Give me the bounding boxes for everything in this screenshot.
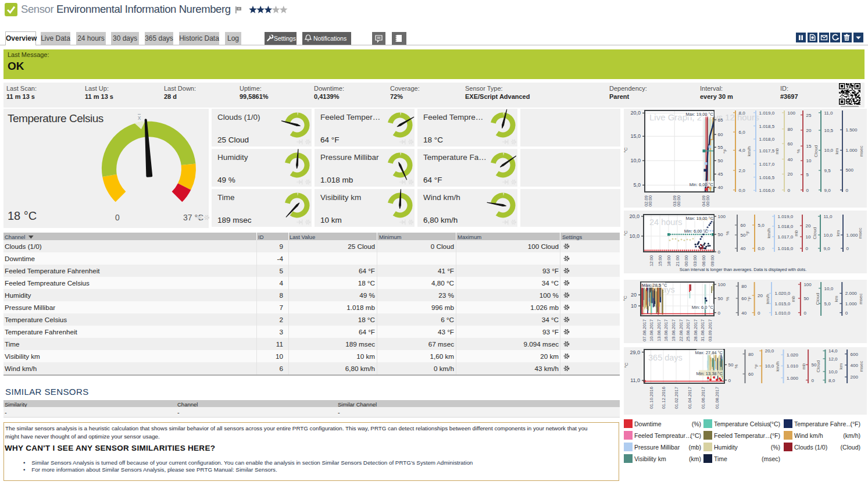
svg-text:°C: °C xyxy=(624,362,629,368)
svg-text:1.000: 1.000 xyxy=(846,233,859,238)
svg-text:20: 20 xyxy=(788,172,793,177)
svg-text:km: km xyxy=(834,295,839,302)
svg-text:25.08.2017: 25.08.2017 xyxy=(685,319,691,341)
svg-text:1.019,0: 1.019,0 xyxy=(778,214,794,219)
svg-text:9,0: 9,0 xyxy=(824,188,831,193)
svg-text:65: 65 xyxy=(718,117,723,123)
svg-text:4,0: 4,0 xyxy=(739,148,746,153)
svg-text:Feeled Temperatur…: Feeled Temperatur… xyxy=(714,432,771,439)
svg-text:10: 10 xyxy=(806,234,811,240)
svg-text:1.010,0: 1.010,0 xyxy=(775,311,791,316)
svg-text:6,0: 6,0 xyxy=(739,130,746,135)
svg-text:50: 50 xyxy=(728,362,734,368)
svg-text:9,5: 9,5 xyxy=(824,168,831,173)
svg-text:00:00: 00:00 xyxy=(648,195,653,206)
svg-text:mb: mb xyxy=(774,148,780,155)
svg-text:km/h: km/h xyxy=(765,294,770,304)
svg-text:400: 400 xyxy=(851,363,859,368)
svg-text:20: 20 xyxy=(631,292,637,298)
svg-text:06:00: 06:00 xyxy=(701,255,706,266)
svg-text:km/h: km/h xyxy=(775,361,780,371)
svg-text:1.000: 1.000 xyxy=(845,301,858,306)
svg-text:Wind km/h: Wind km/h xyxy=(794,432,823,439)
svg-text:11,0: 11,0 xyxy=(824,110,834,116)
svg-text:1.020,0: 1.020,0 xyxy=(775,291,791,296)
svg-text:5,0: 5,0 xyxy=(824,301,831,306)
svg-text:km/h: km/h xyxy=(766,228,771,238)
svg-text:1.000: 1.000 xyxy=(787,376,799,381)
svg-text:00:00: 00:00 xyxy=(705,195,710,206)
svg-text:40: 40 xyxy=(741,246,746,251)
svg-text:Max: 28,5 °C: Max: 28,5 °C xyxy=(642,283,667,288)
svg-text:(%): (%) xyxy=(771,444,780,451)
svg-text:60: 60 xyxy=(748,372,753,377)
svg-text:60: 60 xyxy=(718,132,723,137)
svg-text:40: 40 xyxy=(741,311,746,316)
svg-text:Scan interval is longer than a: Scan interval is longer than averages. D… xyxy=(680,267,806,272)
svg-text:18:00: 18:00 xyxy=(666,255,671,266)
svg-text:0: 0 xyxy=(788,188,791,193)
svg-text:100: 100 xyxy=(718,282,726,287)
svg-text:(msec): (msec) xyxy=(762,455,780,462)
svg-text:20,0: 20,0 xyxy=(629,213,640,219)
svg-text:1.016,0: 1.016,0 xyxy=(778,246,794,251)
svg-text:10,0: 10,0 xyxy=(629,233,640,239)
svg-text:1.017,0: 1.017,0 xyxy=(759,162,775,167)
svg-text:45: 45 xyxy=(718,172,723,177)
svg-text:60: 60 xyxy=(741,223,746,228)
svg-text:5,0: 5,0 xyxy=(758,223,765,228)
svg-text:10,0: 10,0 xyxy=(824,148,834,153)
svg-text:°C: °C xyxy=(623,230,628,236)
svg-text:(°F): (°F) xyxy=(850,420,860,427)
svg-text:01.08.2017: 01.08.2017 xyxy=(715,387,720,409)
svg-text:07.08.2017: 07.08.2017 xyxy=(642,319,647,341)
svg-text:5,0: 5,0 xyxy=(633,182,641,188)
svg-text:mb: mb xyxy=(794,230,799,237)
svg-text:100: 100 xyxy=(718,214,726,219)
svg-text:Min: 6,00 °C: Min: 6,00 °C xyxy=(690,182,714,187)
svg-text:(km/h): (km/h) xyxy=(843,432,860,439)
svg-text:10,0: 10,0 xyxy=(824,233,833,238)
svg-text:80: 80 xyxy=(748,352,753,357)
svg-text:Max: 19,00 °C: Max: 19,00 °C xyxy=(685,216,713,221)
svg-text:00:00: 00:00 xyxy=(684,255,689,266)
svg-text:Min: 13,38 °C: Min: 13,38 °C xyxy=(696,371,723,376)
svg-text:21:00: 21:00 xyxy=(675,255,680,266)
svg-text:09:00: 09:00 xyxy=(710,255,715,266)
svg-text:1.016,0: 1.016,0 xyxy=(759,188,775,193)
svg-text:(°C): (°C) xyxy=(769,420,780,427)
svg-text:Cloud: Cloud xyxy=(816,361,821,373)
svg-text:Downtime: Downtime xyxy=(634,420,662,427)
svg-text:0: 0 xyxy=(846,188,849,193)
svg-text:8,0: 8,0 xyxy=(739,110,746,116)
svg-text:2,0: 2,0 xyxy=(739,168,746,173)
svg-text:1.010: 1.010 xyxy=(787,363,799,369)
svg-text:°F: °F xyxy=(754,364,759,369)
svg-text:0: 0 xyxy=(718,249,721,255)
svg-text:15,0: 15,0 xyxy=(630,133,641,139)
svg-text:100: 100 xyxy=(803,282,812,287)
svg-text:1.018,0: 1.018,0 xyxy=(778,224,794,229)
svg-text:0: 0 xyxy=(812,378,815,383)
svg-text:24 hours: 24 hours xyxy=(649,217,682,227)
svg-text:0: 0 xyxy=(806,246,809,251)
svg-text:03.09.2017: 03.09.2017 xyxy=(708,319,713,341)
svg-text:20: 20 xyxy=(758,293,763,298)
svg-text:0: 0 xyxy=(728,378,731,383)
svg-text:1.015,0: 1.015,0 xyxy=(775,301,791,306)
svg-text:50: 50 xyxy=(718,232,723,237)
svg-text:9,0: 9,0 xyxy=(824,246,831,251)
svg-text:10,5: 10,5 xyxy=(824,128,834,133)
svg-text:Temperature Celsius: Temperature Celsius xyxy=(714,420,770,427)
svg-text:1.017,5: 1.017,5 xyxy=(759,148,775,154)
svg-text:29,0: 29,0 xyxy=(630,350,640,355)
svg-text:40: 40 xyxy=(718,185,723,190)
svg-text:10,0: 10,0 xyxy=(824,286,834,291)
svg-text:%: % xyxy=(796,149,801,153)
svg-text:Max: 27,84 °C: Max: 27,84 °C xyxy=(695,350,723,355)
svg-text:(km): (km) xyxy=(689,455,701,462)
svg-text:km: km xyxy=(834,148,840,154)
svg-text:%: % xyxy=(725,231,730,235)
svg-text:1.018,0: 1.018,0 xyxy=(759,137,775,142)
svg-text:1.020: 1.020 xyxy=(787,352,799,358)
